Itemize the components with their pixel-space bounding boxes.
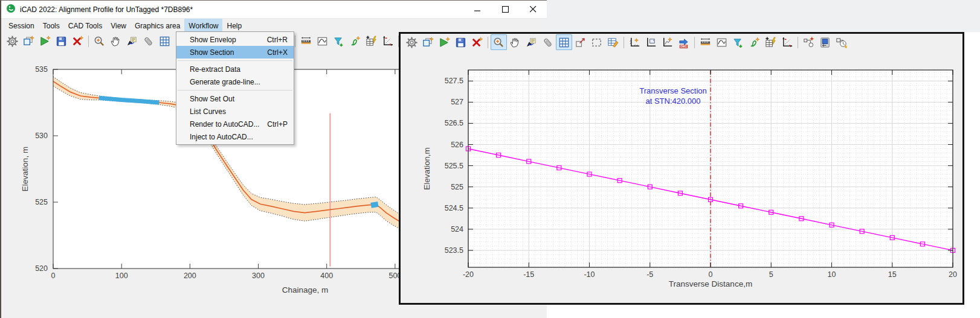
menubar-item-workflow[interactable]: Workflow (184, 19, 222, 33)
smooth-icon[interactable] (746, 34, 762, 50)
export-view-icon[interactable] (572, 34, 588, 50)
svg-text:100: 100 (115, 272, 128, 280)
menubar-item-help[interactable]: Help (222, 19, 246, 33)
menu-item-show-set-out[interactable]: Show Set Out (176, 92, 294, 105)
section-chart-area[interactable]: -20-15-10-505101520523.5524524.5525525.5… (401, 51, 962, 305)
menu-item-show-section[interactable]: Show SectionCtrl+X (176, 46, 294, 59)
icad-app-icon (6, 4, 16, 16)
select-region-icon[interactable] (588, 34, 605, 50)
filter-add-icon[interactable] (330, 33, 347, 49)
zoom-in-icon[interactable] (91, 33, 108, 49)
edit-table-icon[interactable] (605, 34, 621, 50)
toolbar-separator (798, 37, 798, 48)
menu-item-label: Inject to AutoCAD... (190, 133, 253, 141)
workflow-menu: Show EnvelopCtrl+RShow SectionCtrl+XRe-e… (176, 31, 294, 145)
menu-item-list-curves[interactable]: List Curves (176, 105, 294, 118)
gear-icon[interactable] (404, 34, 420, 50)
render-icon[interactable] (817, 34, 833, 50)
link-nodes-icon[interactable] (801, 34, 817, 50)
save-icon[interactable] (453, 34, 469, 50)
menu-item-shortcut: Ctrl+P (267, 120, 288, 129)
scale-axes-icon[interactable] (779, 34, 795, 50)
minimize-button[interactable] (473, 6, 482, 13)
curve-fit-icon[interactable] (314, 33, 330, 49)
screenshot-stage: iCAD 2022: Alignment Profile for UnTagge… (0, 0, 980, 318)
svg-text:530: 530 (35, 132, 48, 140)
pan-icon[interactable] (108, 33, 124, 49)
menu-item-re-extract-data[interactable]: Re-extract Data (176, 63, 294, 75)
new-view-icon[interactable] (21, 33, 37, 49)
svg-text:200: 200 (184, 272, 196, 280)
grid-icon[interactable] (556, 34, 572, 50)
svg-text:525: 525 (35, 198, 48, 206)
menubar-item-session[interactable]: Session (4, 19, 39, 33)
toolbar-separator (488, 37, 488, 48)
zoom-in-icon[interactable] (491, 34, 507, 50)
titlebar[interactable]: iCAD 2022: Alignment Profile for UnTagge… (1, 1, 547, 19)
transverse-section-chart[interactable]: -20-15-10-505101520523.5524524.5525525.5… (401, 51, 962, 303)
menubar-item-view[interactable]: View (106, 19, 131, 33)
pan-icon[interactable] (507, 34, 523, 50)
measure-icon[interactable] (697, 34, 714, 50)
menubar-item-cad-tools[interactable]: CAD Tools (64, 19, 106, 33)
menu-item-label: Show Envelop (190, 36, 236, 44)
scale-axes-icon[interactable] (379, 33, 396, 49)
add-table-icon[interactable] (762, 34, 779, 50)
curve-fit-icon[interactable] (714, 34, 730, 50)
annotate-icon[interactable] (523, 34, 540, 50)
annotate-icon[interactable] (124, 33, 140, 49)
copy-axes-icon[interactable] (643, 34, 659, 50)
run-icon[interactable] (436, 34, 453, 50)
svg-text:Transverse Section: Transverse Section (639, 86, 707, 95)
attach-icon[interactable] (140, 33, 156, 49)
menu-item-label: Show Set Out (190, 95, 234, 103)
svg-text:520: 520 (35, 264, 48, 273)
new-axes-icon[interactable] (627, 34, 643, 50)
menu-item-generate-grade-line[interactable]: Generate grade-line... (176, 75, 294, 88)
menubar-item-tools[interactable]: Tools (39, 19, 64, 33)
svg-text:0: 0 (709, 270, 713, 279)
svg-text:-15: -15 (523, 270, 534, 279)
svg-text:-10: -10 (584, 270, 595, 279)
delete-icon[interactable] (69, 33, 86, 49)
menu-item-label: Re-extract Data (190, 65, 240, 74)
svg-text:at STN:420.000: at STN:420.000 (645, 97, 700, 106)
delete-icon[interactable] (469, 34, 485, 50)
svg-text:0: 0 (51, 272, 56, 280)
schedule-icon[interactable] (833, 34, 849, 50)
export-dwg-icon[interactable]: DWG (675, 34, 692, 50)
menu-item-show-envelop[interactable]: Show EnvelopCtrl+R (176, 33, 294, 46)
window-title: iCAD 2022: Alignment Profile for UnTagge… (20, 5, 193, 14)
close-button[interactable] (529, 6, 537, 13)
attach-icon[interactable] (540, 34, 556, 50)
svg-text:300: 300 (252, 272, 265, 280)
menu-item-label: Generate grade-line... (190, 78, 260, 86)
menubar-item-graphics-area[interactable]: Graphics area (131, 19, 184, 33)
add-table-icon[interactable] (363, 33, 379, 49)
measure-icon[interactable] (298, 33, 314, 49)
menu-item-label: Render to AutoCAD... (190, 120, 259, 129)
svg-text:20: 20 (949, 270, 957, 279)
svg-text:DWG: DWG (680, 45, 688, 48)
svg-text:400: 400 (320, 272, 333, 280)
maximize-button[interactable] (501, 6, 509, 13)
gear-icon[interactable] (4, 33, 21, 49)
annotate-axes-icon[interactable] (659, 34, 675, 50)
svg-text:523.5: 523.5 (445, 246, 463, 255)
svg-text:525: 525 (451, 183, 463, 191)
x-axis-label: Chainage, m (282, 285, 329, 294)
smooth-icon[interactable] (347, 33, 363, 49)
svg-text:526.5: 526.5 (445, 119, 463, 127)
y-axis-label: Elevation, m (21, 147, 30, 191)
menu-item-render-to-autocad[interactable]: Render to AutoCAD...Ctrl+P (176, 118, 294, 130)
save-icon[interactable] (53, 33, 69, 49)
new-view-icon[interactable] (420, 34, 436, 50)
filter-add-icon[interactable] (730, 34, 746, 50)
run-icon[interactable] (37, 33, 53, 49)
svg-text:524: 524 (451, 225, 463, 234)
svg-text:525.5: 525.5 (445, 162, 463, 170)
grid-icon[interactable] (156, 33, 173, 49)
menu-item-label: Show Section (190, 48, 234, 57)
menu-item-inject-to-autocad[interactable]: Inject to AutoCAD... (176, 130, 294, 143)
svg-text:535: 535 (35, 65, 48, 74)
